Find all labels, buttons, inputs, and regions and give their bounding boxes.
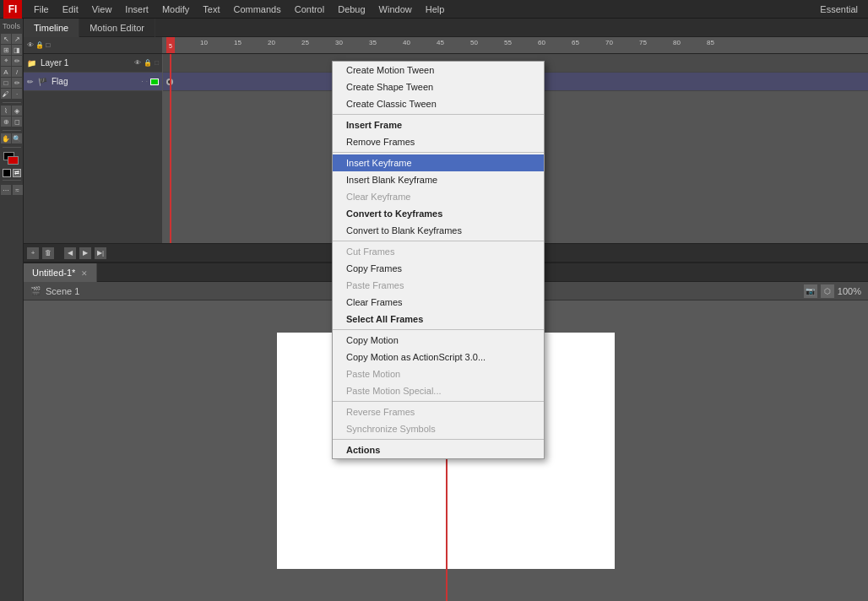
layer-row-1[interactable]: 📁 Layer 1 👁 🔒 □ — [24, 54, 162, 73]
delete-layer-btn[interactable]: 🗑 — [42, 247, 54, 259]
context-menu: Create Motion Tween Create Shape Tween C… — [332, 61, 545, 459]
menu-insert[interactable]: Insert — [118, 0, 155, 19]
gradient-tool[interactable]: ◨ — [12, 45, 22, 55]
smooth-btn[interactable]: ≈ — [13, 185, 23, 195]
tool-row-3: ⌖ ✏ — [1, 56, 22, 66]
pencil-tool[interactable]: ✏ — [12, 78, 22, 88]
ctx-sep-5 — [333, 401, 544, 402]
close-tab-icon[interactable]: ✕ — [81, 269, 88, 278]
flag-lock[interactable]: · — [146, 78, 148, 85]
lasso-tool[interactable]: ⌖ — [1, 56, 11, 66]
ctx-sep-1 — [333, 114, 544, 115]
ctx-copy-frames[interactable]: Copy Frames — [333, 260, 544, 277]
layer-lock[interactable]: 🔒 — [144, 59, 152, 67]
snap-btn[interactable]: ⋯ — [1, 185, 11, 195]
flag-icon: 🏴 — [38, 78, 47, 86]
flag-eye[interactable]: · — [142, 78, 144, 85]
ctx-insert-frame[interactable]: Insert Frame — [333, 116, 544, 133]
layer-row-flag[interactable]: ✏ 🏴 Flag · · — [24, 73, 162, 91]
ctx-insert-blank-keyframe[interactable]: Insert Blank Keyframe — [333, 171, 544, 188]
ctx-reverse-frames[interactable]: Reverse Frames — [333, 403, 544, 420]
ctx-insert-keyframe[interactable]: Insert Keyframe — [333, 154, 544, 171]
tool-row-2: ⊞ ◨ — [1, 45, 22, 55]
menu-control[interactable]: Control — [288, 0, 331, 19]
ctx-synchronize-symbols[interactable]: Synchronize Symbols — [333, 420, 544, 437]
ctx-clear-frames[interactable]: Clear Frames — [333, 294, 544, 311]
free-transform-tool[interactable]: ⊞ — [1, 45, 11, 55]
pen-tool[interactable]: ✏ — [12, 56, 22, 66]
ctx-sep-6 — [333, 439, 544, 440]
ctx-create-shape-tween[interactable]: Create Shape Tween — [333, 79, 544, 95]
layer-outline[interactable]: □ — [155, 59, 159, 67]
tab-timeline[interactable]: Timeline — [24, 19, 79, 37]
paint-bucket-tool[interactable]: ◈ — [12, 106, 22, 116]
hand-tool[interactable]: ✋ — [1, 133, 11, 143]
ctx-paste-frames[interactable]: Paste Frames — [333, 277, 544, 294]
ctx-clear-keyframe[interactable]: Clear Keyframe — [333, 188, 544, 205]
menu-view[interactable]: View — [85, 0, 119, 19]
bone-tool[interactable]: ⌇ — [1, 106, 11, 116]
menu-file[interactable]: File — [27, 0, 56, 19]
text-tool[interactable]: A — [1, 67, 11, 77]
layer-eye[interactable]: 👁 — [134, 59, 141, 67]
ctx-actions[interactable]: Actions — [333, 441, 544, 458]
menu-bar: Fl File Edit View Insert Modify Text Com… — [0, 0, 868, 19]
swap-colors-btn[interactable]: ⇄ — [13, 169, 21, 177]
ctx-sep-3 — [333, 241, 544, 241]
menu-debug[interactable]: Debug — [331, 0, 372, 19]
black-white-btn[interactable] — [3, 169, 11, 177]
tool-divider-4 — [3, 180, 21, 181]
tool-row-6: 🖌 · — [1, 89, 22, 99]
tool-row-7: ⌇ ◈ — [1, 106, 22, 116]
play-btn[interactable]: ▶ — [79, 247, 91, 259]
menu-text[interactable]: Text — [196, 0, 226, 19]
eraser-tool[interactable]: ◻ — [12, 116, 22, 127]
stage-tab-untitled[interactable]: Untitled-1* ✕ — [24, 263, 97, 282]
fill-color[interactable] — [8, 156, 19, 165]
rect-tool[interactable]: □ — [1, 78, 11, 88]
tool-row-1: ↖ ↗ — [1, 34, 22, 44]
stage-tab-label: Untitled-1* — [32, 268, 75, 278]
flag-layer-name: Flag — [52, 77, 139, 86]
menu-window[interactable]: Window — [372, 0, 419, 19]
ctx-copy-motion[interactable]: Copy Motion — [333, 332, 544, 349]
tool-divider-3 — [3, 147, 21, 148]
ctx-paste-motion[interactable]: Paste Motion — [333, 365, 544, 382]
ctx-create-motion-tween[interactable]: Create Motion Tween — [333, 62, 544, 79]
folder-icon: 📁 — [27, 59, 36, 68]
menu-help[interactable]: Help — [419, 0, 452, 19]
ctx-select-all-frames[interactable]: Select All Frames — [333, 311, 544, 328]
subselection-tool[interactable]: ↗ — [12, 34, 22, 44]
tool-divider-2 — [3, 130, 21, 131]
zoom-tool[interactable]: 🔍 — [12, 133, 22, 143]
brush-tool[interactable]: 🖌 — [1, 89, 11, 99]
ctx-cut-frames[interactable]: Cut Frames — [333, 243, 544, 260]
ctx-remove-frames[interactable]: Remove Frames — [333, 133, 544, 150]
menu-modify[interactable]: Modify — [155, 0, 196, 19]
line-tool[interactable]: / — [12, 67, 22, 77]
ctx-convert-keyframes[interactable]: Convert to Keyframes — [333, 205, 544, 222]
playhead-line — [170, 54, 171, 243]
ctx-sep-2 — [333, 152, 544, 153]
zoom-label: 100% — [838, 286, 861, 296]
tool-row-4: A / — [1, 67, 22, 77]
new-layer-btn[interactable]: + — [27, 247, 39, 259]
ctx-convert-blank-keyframes[interactable]: Convert to Blank Keyframes — [333, 222, 544, 239]
ctx-paste-motion-special[interactable]: Paste Motion Special... — [333, 382, 544, 399]
ctx-copy-motion-as[interactable]: Copy Motion as ActionScript 3.0... — [333, 349, 544, 365]
tools-label: Tools — [3, 22, 20, 30]
tab-motion-editor[interactable]: Motion Editor — [79, 19, 155, 37]
ctx-create-classic-tween[interactable]: Create Classic Tween — [333, 95, 544, 112]
eyedropper-tool[interactable]: ⊕ — [1, 116, 11, 127]
next-frame-btn[interactable]: ▶| — [95, 247, 106, 259]
menu-edit[interactable]: Edit — [56, 0, 85, 19]
prev-frame-btn[interactable]: ◀ — [64, 247, 76, 259]
camera-icon: 📷 — [804, 284, 817, 298]
breadcrumb-scene: Scene 1 — [46, 286, 79, 296]
selection-tool[interactable]: ↖ — [1, 34, 11, 44]
timeline-tabs: Timeline Motion Editor — [24, 19, 868, 37]
pencil-icon: ✏ — [27, 78, 34, 86]
menu-commands[interactable]: Commands — [226, 0, 287, 19]
tool-row-9: ✋ 🔍 — [1, 133, 22, 143]
spray-tool[interactable]: · — [12, 89, 22, 99]
